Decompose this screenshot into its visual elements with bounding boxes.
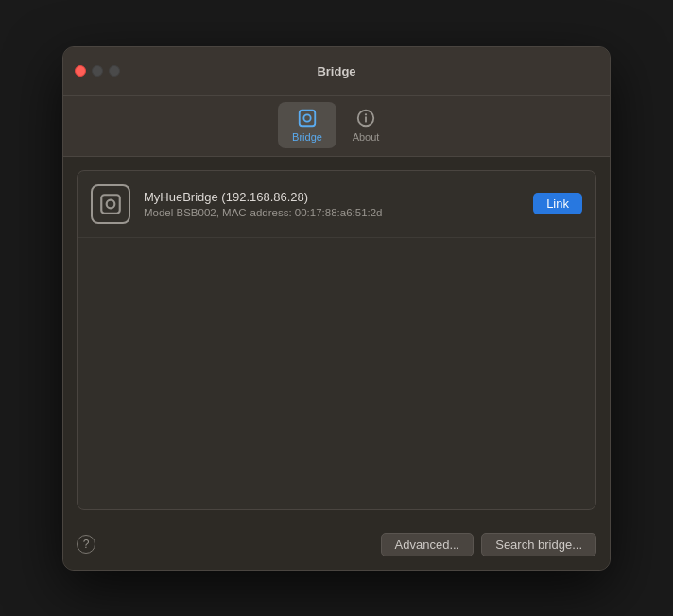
toolbar: Bridge About (63, 96, 610, 157)
advanced-button[interactable]: Advanced... (381, 533, 475, 556)
tab-about-label: About (353, 131, 380, 143)
content-area: MyHueBridge (192.168.86.28) Model BSB002… (63, 157, 610, 523)
link-button[interactable]: Link (533, 193, 582, 214)
svg-rect-0 (300, 110, 316, 126)
traffic-lights (75, 65, 120, 77)
help-button[interactable]: ? (77, 535, 95, 554)
app-window: Bridge Bridge About (62, 46, 611, 571)
svg-rect-5 (101, 195, 120, 214)
tab-about[interactable]: About (336, 102, 395, 148)
window-title: Bridge (317, 64, 355, 78)
bridge-details: Model BSB002, MAC-address: 00:17:88:a6:5… (144, 207, 520, 218)
footer: ? Advanced... Search bridge... (63, 523, 610, 570)
about-tab-icon (355, 108, 376, 128)
bridge-list: MyHueBridge (192.168.86.28) Model BSB002… (77, 170, 596, 510)
search-bridge-button[interactable]: Search bridge... (481, 533, 596, 556)
svg-point-1 (303, 114, 310, 121)
tab-bridge-label: Bridge (292, 131, 322, 143)
titlebar: Bridge (63, 47, 610, 96)
footer-buttons: Advanced... Search bridge... (381, 533, 596, 556)
svg-point-6 (107, 199, 115, 208)
bridge-tab-icon (297, 108, 318, 128)
maximize-button[interactable] (109, 65, 120, 77)
tab-bridge[interactable]: Bridge (278, 102, 336, 148)
bridge-info: MyHueBridge (192.168.86.28) Model BSB002… (144, 190, 520, 218)
bridge-list-item: MyHueBridge (192.168.86.28) Model BSB002… (78, 171, 595, 238)
bridge-name: MyHueBridge (192.168.86.28) (144, 190, 520, 204)
close-button[interactable] (75, 65, 86, 77)
bridge-device-icon (91, 184, 130, 224)
minimize-button[interactable] (92, 65, 103, 77)
